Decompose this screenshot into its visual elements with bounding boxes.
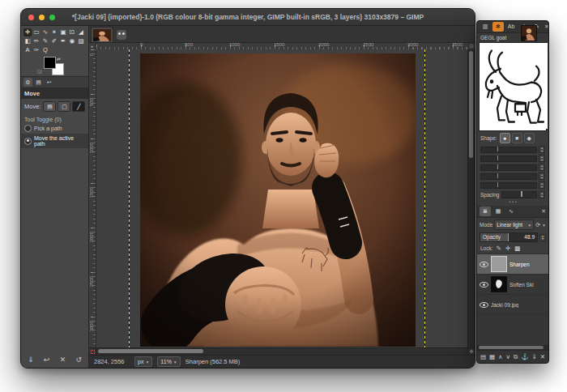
spinner[interactable]: ▴▾ xyxy=(539,164,545,171)
zoom-select[interactable]: 11% ▼ xyxy=(157,356,180,367)
spinner[interactable]: ▴▾ xyxy=(539,155,545,162)
visibility-toggle[interactable] xyxy=(480,280,488,289)
lock-pixels-toggle[interactable]: ✎ xyxy=(497,245,501,252)
blend-mode-dropdown[interactable]: Linear light ▼ xyxy=(494,219,534,230)
slider-track[interactable] xyxy=(480,147,537,153)
zoom-tool[interactable]: Q xyxy=(41,46,49,54)
lock-alpha-toggle[interactable]: ▩ xyxy=(514,245,520,252)
raise-layer-button[interactable]: ∧ xyxy=(498,353,503,360)
new-layer-button[interactable]: ▤ xyxy=(480,353,486,360)
tab-tool-options[interactable]: ⚙ xyxy=(23,78,32,87)
brush-shape-diamond[interactable]: ◆ xyxy=(524,133,535,143)
foreground-color-swatch[interactable] xyxy=(44,57,56,69)
move-layer-mode-button[interactable]: ▤ xyxy=(43,101,56,112)
move-tool[interactable]: ✛ xyxy=(23,28,32,36)
rectangle-select-tool[interactable]: ▭ xyxy=(32,28,40,36)
close-icon[interactable]: ✕ xyxy=(544,23,549,30)
spinner[interactable]: ▴▾ xyxy=(539,146,545,153)
free-select-tool[interactable]: ∿ xyxy=(41,28,49,36)
vertical-scrollbar-thumb[interactable] xyxy=(469,51,473,158)
slider-track[interactable] xyxy=(480,182,537,189)
gradient-tool[interactable]: ▨ xyxy=(77,37,85,45)
aspect-ratio-slider[interactable]: ▴▾ xyxy=(477,172,548,181)
option-pick-a-path[interactable]: Pick a path xyxy=(21,123,88,134)
slider-track[interactable] xyxy=(480,173,537,180)
reset-tool-options-button[interactable]: ↺ xyxy=(75,356,82,364)
restore-tool-options-button[interactable]: ↩ xyxy=(44,356,50,364)
horizontal-scrollbar-thumb[interactable] xyxy=(98,349,203,353)
text-tool[interactable]: A xyxy=(23,46,32,54)
slider-track[interactable] xyxy=(480,156,537,162)
merge-down-button[interactable]: ⇓ xyxy=(531,353,536,360)
ink-tool[interactable]: ✒ xyxy=(59,37,67,45)
layers-scrollbar[interactable] xyxy=(477,345,548,350)
tab-images[interactable] xyxy=(55,78,64,87)
image-tab[interactable] xyxy=(91,27,113,42)
visibility-toggle[interactable] xyxy=(480,260,488,269)
warp-transform-tool[interactable]: ◢ xyxy=(77,28,85,36)
brush-shape-square[interactable]: ■ xyxy=(512,133,522,143)
spinner[interactable]: ▴▾ xyxy=(539,234,546,241)
bucket-fill-tool[interactable]: ◧ xyxy=(23,37,32,45)
vertical-ruler[interactable]: 050010001500200025003000 xyxy=(89,49,96,347)
close-icon[interactable]: ✕ xyxy=(541,208,546,215)
wilber-icon[interactable] xyxy=(117,30,126,40)
delete-layer-button[interactable]: ✕ xyxy=(540,353,545,360)
paths-tool[interactable]: ✑ xyxy=(32,46,40,54)
horizontal-scrollbar[interactable] xyxy=(96,348,467,355)
swap-colors-icon[interactable]: ⇄ xyxy=(57,56,61,62)
unit-select[interactable]: px ▼ xyxy=(134,356,152,367)
titlebar[interactable]: *[Jacki 09] (imported)-1.0 (RGB colour 8… xyxy=(21,9,475,26)
radius-slider[interactable]: ▴▾ xyxy=(477,145,548,154)
angle-slider[interactable]: ▴▾ xyxy=(477,181,548,190)
option-move-active-path[interactable]: Move the active path xyxy=(21,134,88,148)
tab-tool-presets[interactable]: ▥ xyxy=(480,22,491,32)
airbrush-tool[interactable]: ✐ xyxy=(50,37,58,45)
duplicate-layer-button[interactable]: ⧉ xyxy=(514,353,518,361)
crop-tool[interactable]: ▣ xyxy=(59,28,67,36)
spinner[interactable]: ▴▾ xyxy=(539,181,545,189)
lower-layer-button[interactable]: ∨ xyxy=(505,353,510,360)
brush-preview[interactable] xyxy=(479,42,547,131)
tab-undo-history[interactable]: ↩ xyxy=(45,78,53,87)
slider-track[interactable] xyxy=(480,164,537,171)
move-path-mode-button[interactable]: ╱ xyxy=(72,101,85,112)
layer-row-soften-skin[interactable]: Soften Ski xyxy=(477,275,548,295)
spacing-slider[interactable] xyxy=(501,191,538,198)
visibility-toggle[interactable] xyxy=(480,300,488,309)
layer-mask-thumbnail[interactable] xyxy=(491,276,507,292)
default-colors-icon[interactable]: ◲ xyxy=(37,68,42,74)
mode-switch-button[interactable]: ⟳ xyxy=(535,222,540,228)
spinner[interactable]: ▴▾ xyxy=(539,173,545,180)
tab-paths[interactable]: ∿ xyxy=(505,207,517,216)
hardness-slider[interactable]: ▴▾ xyxy=(477,163,548,172)
new-group-button[interactable]: ▦ xyxy=(489,353,495,360)
transform-tool[interactable]: ⊡ xyxy=(68,28,76,36)
layer-row-jacki[interactable]: Jacki 09.jpg xyxy=(477,295,548,315)
tab-brushes[interactable]: ✻ xyxy=(492,22,504,32)
tab-device-status[interactable]: ▤ xyxy=(34,78,43,87)
opacity-slider[interactable]: Opacity 48.9 xyxy=(480,232,538,242)
dock-resize-handle[interactable]: • • • xyxy=(477,200,548,206)
tab-channels[interactable]: ▦ xyxy=(492,207,504,216)
tab-fonts[interactable]: Ab xyxy=(505,22,517,32)
pencil-tool[interactable]: ✏ xyxy=(32,37,40,45)
move-selection-mode-button[interactable]: ▢ xyxy=(58,101,70,112)
canvas-viewport[interactable] xyxy=(96,49,467,347)
fuzzy-select-tool[interactable]: ✴ xyxy=(50,28,58,36)
navigation-button[interactable]: ✥ xyxy=(467,348,475,355)
layer-thumbnail[interactable] xyxy=(491,256,507,272)
tab-layers[interactable]: ≣ xyxy=(480,207,491,216)
vertical-scrollbar[interactable] xyxy=(467,49,475,347)
clone-tool[interactable]: ◉ xyxy=(68,37,76,45)
layer-thumbnail[interactable] xyxy=(521,25,537,41)
quick-mask-toggle[interactable] xyxy=(89,348,96,355)
lock-position-toggle[interactable]: ✛ xyxy=(505,245,510,252)
paintbrush-tool[interactable]: ✎ xyxy=(41,37,49,45)
spikes-slider[interactable]: ▴▾ xyxy=(477,154,548,163)
layer-row-sharpen[interactable]: Sharpen xyxy=(477,254,548,275)
save-tool-options-button[interactable]: ⇓ xyxy=(28,356,34,364)
delete-tool-options-button[interactable]: ✕ xyxy=(60,356,66,364)
spinner[interactable]: ▴▾ xyxy=(539,191,545,198)
anchor-layer-button[interactable]: ⚓ xyxy=(521,353,528,360)
